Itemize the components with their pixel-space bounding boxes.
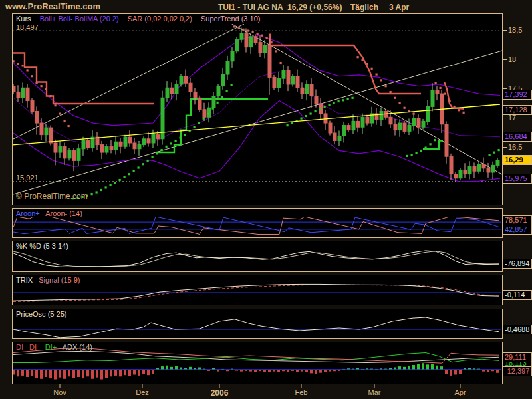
instrument-title: TUI1 - TUI AG NA — [218, 3, 283, 11]
supertrend-legend[interactable]: SuperTrend (3 10) — [201, 15, 260, 23]
time-axis-label: Dez — [136, 388, 149, 396]
scale-value-box: -76,894 — [503, 259, 532, 269]
scale-value-box: 29,111 — [503, 352, 532, 362]
watermark: © ProRealTime.com — [16, 192, 88, 200]
priceosc-legend[interactable]: PriceOsc (5 25) — [16, 310, 66, 318]
time-axis-label: Apr — [454, 388, 466, 396]
scale-tick-label: 18 — [508, 55, 516, 63]
date-label: 3 Apr — [389, 3, 409, 11]
scale-value-box: 16,684 — [503, 132, 532, 142]
sar-legend[interactable]: SAR (0,02 0,02 0,2) — [128, 15, 192, 23]
di-adx-legend: DI DI- DI+ ADX (14) — [16, 343, 99, 351]
scale-value-box: 42,857 — [503, 225, 532, 235]
trix-name-label[interactable]: TRIX — [16, 276, 33, 284]
time-axis-label: 2006 — [211, 388, 229, 398]
bollinger-legend[interactable]: Boll+ Boll- BollMA (20 2) — [40, 15, 119, 23]
prorealtime-chart-window: { "header": { "site": "www.ProRealTime.c… — [0, 0, 532, 399]
aroon-legend: Aroon+ Aroon- (14) — [16, 209, 89, 217]
kurs-label: Kurs — [16, 15, 31, 23]
scale-tick-label: 16,5 — [508, 143, 522, 151]
di-minus-label[interactable]: DI- — [29, 343, 39, 351]
main-legend: Kurs Boll+ Boll- BollMA (20 2) SAR (0,02… — [16, 15, 267, 23]
priceosc-panel[interactable] — [12, 309, 503, 339]
time-axis-label: Nov — [53, 388, 66, 396]
scale-value-box: -0,114 — [503, 290, 532, 300]
scale-value-box: 17,392 — [503, 90, 532, 100]
time-axis-label: Mär — [368, 388, 381, 396]
scale-tick-label: 18,5 — [508, 26, 522, 34]
scale-value-box: 16,29 — [503, 155, 532, 165]
adx-label[interactable]: ADX (14) — [63, 343, 92, 351]
stoch-legend[interactable]: %K %D (5 3 14) — [16, 242, 68, 250]
main-price-panel[interactable] — [12, 13, 503, 205]
low-extreme-label: 15,921 — [16, 174, 39, 182]
trix-signal-label[interactable]: Signal (15 9) — [39, 276, 80, 284]
scale-value-box: -12,397 — [503, 366, 532, 376]
scale-value-box: 78,571 — [503, 215, 532, 225]
high-extreme-label: 18,497 — [16, 23, 39, 31]
trix-legend: TRIX Signal (15 9) — [16, 276, 87, 284]
aroon-plus-label[interactable]: Aroon+ — [16, 209, 40, 217]
aroon-minus-label[interactable]: Aroon- (14) — [45, 209, 82, 217]
scale-value-box: -0,4688 — [503, 325, 532, 334]
time-axis-label: Feb — [295, 388, 308, 396]
di-plus-label[interactable]: DI+ — [45, 343, 57, 351]
scale-value-box: 15,975 — [503, 174, 532, 184]
stochastic-panel[interactable] — [12, 241, 503, 272]
last-quote: 16,29 (+0,56%) — [287, 3, 342, 11]
timeframe-label: Täglich — [350, 3, 378, 11]
site-logo-link[interactable]: www.ProRealTime.com — [5, 3, 100, 11]
di-label[interactable]: DI — [16, 343, 23, 351]
scale-value-box: 17,128 — [503, 105, 532, 115]
